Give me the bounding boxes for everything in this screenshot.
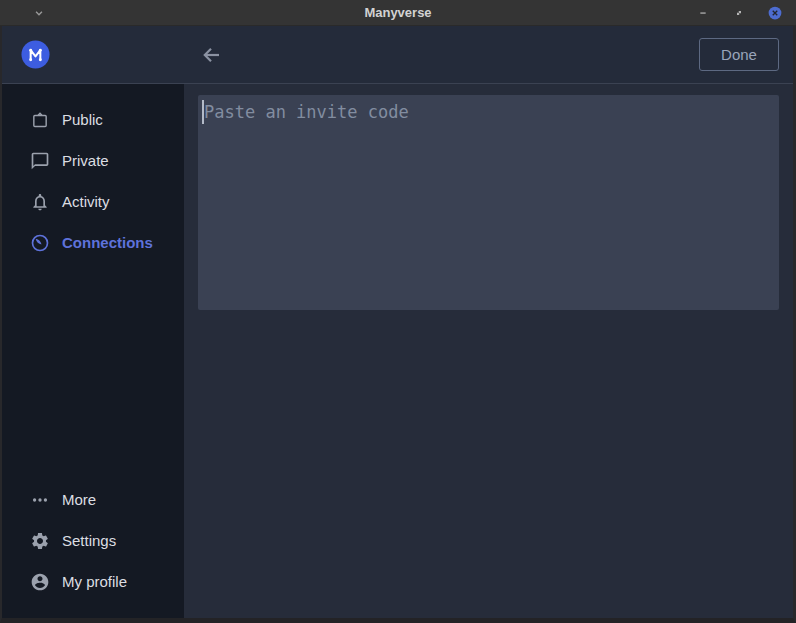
app-body: Public Private Act [2, 84, 793, 618]
person-circle-icon [30, 572, 50, 592]
sidebar-item-activity[interactable]: Activity [2, 181, 184, 222]
sidebar-bottom-group: More Settings [2, 479, 184, 602]
sidebar-item-public[interactable]: Public [2, 99, 184, 140]
sidebar-item-label: Settings [62, 532, 116, 549]
back-arrow-icon[interactable] [198, 42, 224, 68]
message-bubble-icon [30, 151, 50, 171]
sidebar-item-label: Private [62, 152, 109, 169]
manyverse-window: Manyverse [0, 0, 796, 623]
app-header: Done [2, 26, 793, 84]
sidebar-item-private[interactable]: Private [2, 140, 184, 181]
titlebar-menu-chevron-icon[interactable] [30, 4, 48, 22]
window-title: Manyverse [0, 5, 796, 20]
sidebar-item-my-profile[interactable]: My profile [2, 561, 184, 602]
sidebar-item-label: More [62, 491, 96, 508]
sidebar-item-label: Connections [62, 234, 153, 251]
sidebar: Public Private Act [2, 84, 184, 618]
close-icon[interactable] [764, 2, 786, 24]
invite-code-area [198, 95, 779, 310]
bulletin-board-icon [30, 110, 50, 130]
window-controls [692, 2, 786, 24]
sidebar-item-label: Activity [62, 193, 110, 210]
sidebar-item-connections[interactable]: Connections [2, 222, 184, 263]
main-content [184, 84, 793, 618]
done-button[interactable]: Done [699, 38, 779, 71]
bell-icon [30, 192, 50, 212]
invite-code-input[interactable] [198, 95, 779, 310]
titlebar: Manyverse [0, 0, 796, 26]
connections-dial-icon [30, 233, 50, 253]
minimize-icon[interactable] [692, 2, 714, 24]
sidebar-item-label: Public [62, 111, 103, 128]
gear-icon [30, 531, 50, 551]
sidebar-item-more[interactable]: More [2, 479, 184, 520]
manyverse-logo-icon [21, 40, 50, 69]
app-frame: Done Public [0, 26, 796, 623]
restore-icon[interactable] [728, 2, 750, 24]
ellipsis-icon [30, 490, 50, 510]
sidebar-item-settings[interactable]: Settings [2, 520, 184, 561]
sidebar-item-label: My profile [62, 573, 127, 590]
